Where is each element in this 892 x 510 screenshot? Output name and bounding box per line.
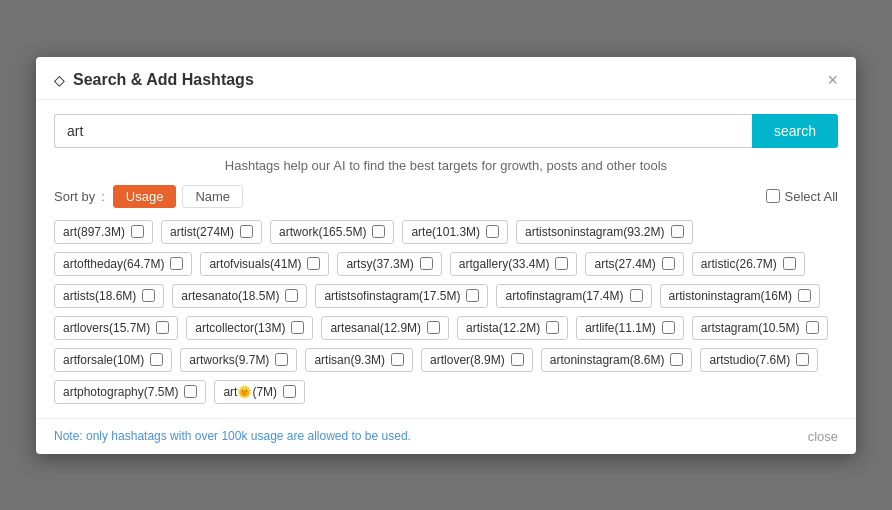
search-input[interactable] (54, 114, 752, 148)
tag-checkbox[interactable] (291, 321, 304, 334)
tag-label: arts(27.4M) (594, 257, 655, 271)
tag-label: art(897.3M) (63, 225, 125, 239)
tag-checkbox[interactable] (630, 289, 643, 302)
footer-close-button[interactable]: close (808, 429, 838, 444)
tag-item[interactable]: art(897.3M) (54, 220, 153, 244)
tag-label: artist(274M) (170, 225, 234, 239)
tag-checkbox[interactable] (796, 353, 809, 366)
modal-close-button[interactable]: × (827, 71, 838, 89)
tag-checkbox[interactable] (156, 321, 169, 334)
modal-header: ◇ Search & Add Hashtags × (36, 57, 856, 100)
tag-item[interactable]: artgallery(33.4M) (450, 252, 578, 276)
tag-checkbox[interactable] (275, 353, 288, 366)
tag-checkbox[interactable] (283, 385, 296, 398)
tag-checkbox[interactable] (170, 257, 183, 270)
tag-checkbox[interactable] (150, 353, 163, 366)
tag-item[interactable]: artlover(8.9M) (421, 348, 533, 372)
tag-checkbox[interactable] (662, 321, 675, 334)
tag-item[interactable]: artsy(37.3M) (337, 252, 441, 276)
tag-label: artistic(26.7M) (701, 257, 777, 271)
tag-checkbox[interactable] (783, 257, 796, 270)
tag-label: artstagram(10.5M) (701, 321, 800, 335)
tag-item[interactable]: artistic(26.7M) (692, 252, 805, 276)
tag-item[interactable]: artlovers(15.7M) (54, 316, 178, 340)
tag-checkbox[interactable] (555, 257, 568, 270)
tag-label: artforsale(10M) (63, 353, 144, 367)
tag-checkbox[interactable] (307, 257, 320, 270)
tag-label: artofinstagram(17.4M) (505, 289, 623, 303)
tag-label: artlovers(15.7M) (63, 321, 150, 335)
tag-checkbox[interactable] (285, 289, 298, 302)
tag-checkbox[interactable] (546, 321, 559, 334)
tag-checkbox[interactable] (486, 225, 499, 238)
sort-name-button[interactable]: Name (182, 185, 243, 208)
tag-label: artistsoninstagram(93.2M) (525, 225, 664, 239)
tag-item[interactable]: art🌞(7M) (214, 380, 305, 404)
tag-checkbox[interactable] (798, 289, 811, 302)
tag-item[interactable]: artisan(9.3M) (305, 348, 413, 372)
modal-title: Search & Add Hashtags (73, 71, 254, 89)
tag-checkbox[interactable] (142, 289, 155, 302)
tag-checkbox[interactable] (427, 321, 440, 334)
tag-item[interactable]: artista(12.2M) (457, 316, 568, 340)
tag-item[interactable]: artistsofinstagram(17.5M) (315, 284, 488, 308)
tag-item[interactable]: artstudio(7.6M) (700, 348, 818, 372)
tag-checkbox[interactable] (240, 225, 253, 238)
tag-label: artgallery(33.4M) (459, 257, 550, 271)
select-all-checkbox[interactable] (766, 189, 780, 203)
tag-label: artista(12.2M) (466, 321, 540, 335)
tag-checkbox[interactable] (372, 225, 385, 238)
tag-item[interactable]: artists(18.6M) (54, 284, 164, 308)
tag-label: artisan(9.3M) (314, 353, 385, 367)
tag-item[interactable]: artesanato(18.5M) (172, 284, 307, 308)
modal-footer: Note: only hashatags with over 100k usag… (36, 418, 856, 454)
select-all-label: Select All (785, 189, 838, 204)
tags-grid: art(897.3M)artist(274M)artwork(165.5M)ar… (54, 220, 838, 404)
tag-label: artworks(9.7M) (189, 353, 269, 367)
tag-item[interactable]: artistoninstagram(16M) (660, 284, 820, 308)
tag-item[interactable]: artistsoninstagram(93.2M) (516, 220, 692, 244)
tag-item[interactable]: artist(274M) (161, 220, 262, 244)
tag-item[interactable]: artofvisuals(41M) (200, 252, 329, 276)
tag-item[interactable]: artstagram(10.5M) (692, 316, 828, 340)
tag-checkbox[interactable] (511, 353, 524, 366)
sort-label: Sort by (54, 189, 95, 204)
tag-item[interactable]: artphotography(7.5M) (54, 380, 206, 404)
tag-item[interactable]: artwork(165.5M) (270, 220, 394, 244)
tag-item[interactable]: arte(101.3M) (402, 220, 508, 244)
tag-checkbox[interactable] (671, 225, 684, 238)
tag-item[interactable]: artofinstagram(17.4M) (496, 284, 651, 308)
hashtag-icon: ◇ (54, 72, 65, 88)
tag-checkbox[interactable] (391, 353, 404, 366)
sort-usage-button[interactable]: Usage (113, 185, 177, 208)
tag-checkbox[interactable] (131, 225, 144, 238)
tag-label: artlover(8.9M) (430, 353, 505, 367)
tag-label: artstudio(7.6M) (709, 353, 790, 367)
tag-label: artesanato(18.5M) (181, 289, 279, 303)
hint-text: Hashtags help our AI to find the best ta… (54, 158, 838, 173)
tag-checkbox[interactable] (466, 289, 479, 302)
tag-checkbox[interactable] (806, 321, 819, 334)
tag-label: artsy(37.3M) (346, 257, 413, 271)
tag-item[interactable]: artoftheday(64.7M) (54, 252, 192, 276)
tag-checkbox[interactable] (184, 385, 197, 398)
tag-label: artistsofinstagram(17.5M) (324, 289, 460, 303)
tag-checkbox[interactable] (662, 257, 675, 270)
tag-item[interactable]: artforsale(10M) (54, 348, 172, 372)
tag-label: arte(101.3M) (411, 225, 480, 239)
tag-label: artlife(11.1M) (585, 321, 656, 335)
tag-item[interactable]: artlife(11.1M) (576, 316, 684, 340)
tag-label: artoninstagram(8.6M) (550, 353, 665, 367)
tag-item[interactable]: artesanal(12.9M) (321, 316, 449, 340)
tag-label: artistoninstagram(16M) (669, 289, 792, 303)
sort-row: Sort by : Usage Name Select All (54, 185, 838, 208)
tag-item[interactable]: artoninstagram(8.6M) (541, 348, 693, 372)
tag-item[interactable]: artworks(9.7M) (180, 348, 297, 372)
tag-checkbox[interactable] (420, 257, 433, 270)
tag-label: artofvisuals(41M) (209, 257, 301, 271)
search-button[interactable]: search (752, 114, 838, 148)
tag-item[interactable]: artcollector(13M) (186, 316, 313, 340)
tag-item[interactable]: arts(27.4M) (585, 252, 683, 276)
hashtag-modal: ◇ Search & Add Hashtags × search Hashtag… (36, 57, 856, 454)
tag-checkbox[interactable] (670, 353, 683, 366)
